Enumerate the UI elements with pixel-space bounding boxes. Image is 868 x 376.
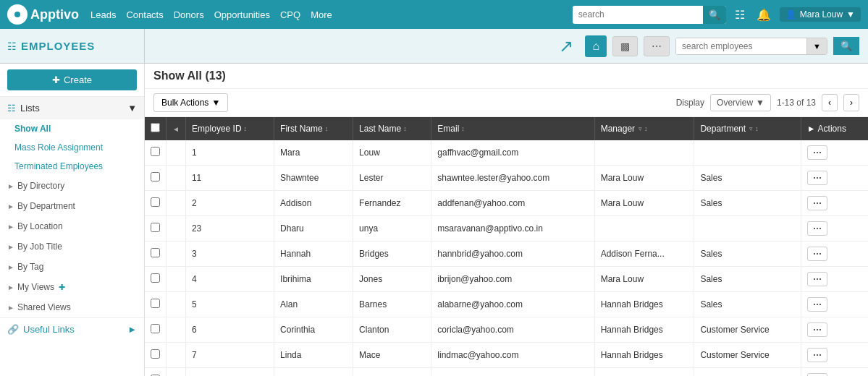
lists-section: ☷ Lists ▼ Show All Mass Role Assignment … — [0, 96, 144, 176]
row-index-cell — [167, 343, 186, 368]
sidebar-by-tag[interactable]: ► By Tag — [0, 257, 144, 277]
user-name: Mara Louw — [800, 9, 843, 20]
collapse-col-button[interactable]: ◄ — [172, 125, 180, 133]
row-checkbox[interactable] — [151, 273, 160, 283]
row-checkbox[interactable] — [151, 197, 160, 207]
nav-more[interactable]: More — [311, 9, 332, 20]
select-all-checkbox[interactable] — [151, 123, 160, 132]
chevron-icon: ► — [7, 304, 14, 312]
sidebar-by-directory[interactable]: ► By Directory — [0, 176, 144, 196]
user-menu[interactable]: 👤 Mara Louw ▼ — [780, 7, 861, 22]
nav-leads[interactable]: Leads — [90, 9, 116, 20]
row-manager: Hannah Bridges — [594, 292, 694, 317]
sidebar-item-mass-role[interactable]: Mass Role Assignment — [0, 138, 144, 157]
row-actions-cell: ⋯ — [801, 368, 868, 377]
overview-select[interactable]: Overview ▼ — [710, 94, 771, 111]
bell-icon-button[interactable]: 🔔 — [754, 5, 774, 25]
sidebar-by-location[interactable]: ► By Location — [0, 216, 144, 236]
row-action-button[interactable]: ⋯ — [807, 348, 827, 362]
row-action-button[interactable]: ⋯ — [807, 196, 827, 210]
sidebar-shared-views[interactable]: ► Shared Views — [0, 297, 144, 317]
lists-icon: ☷ — [7, 103, 16, 114]
chart-button[interactable]: ▩ — [612, 36, 638, 56]
nav-contacts[interactable]: Contacts — [126, 9, 163, 20]
row-department: Sales — [694, 166, 801, 191]
row-checkbox-cell — [145, 140, 167, 166]
row-employee-id: 6 — [185, 317, 274, 343]
row-action-button[interactable]: ⋯ — [807, 297, 827, 312]
row-last-name: Lester — [353, 166, 431, 191]
row-checkbox[interactable] — [151, 147, 160, 156]
bulk-actions-button[interactable]: Bulk Actions ▼ — [153, 93, 228, 112]
row-checkbox-cell — [145, 267, 167, 292]
row-checkbox[interactable] — [151, 248, 160, 257]
create-button[interactable]: ✚ Create — [7, 69, 137, 90]
sidebar-item-terminated[interactable]: Terminated Employees — [0, 157, 144, 176]
global-search-button[interactable]: 🔍 — [703, 6, 726, 24]
row-action-button[interactable]: ⋯ — [807, 145, 827, 160]
row-checkbox[interactable] — [151, 223, 160, 232]
page-title: EMPLOYEES — [21, 40, 95, 52]
sidebar: ✚ Create ☷ Lists ▼ Show All Mass Role As… — [0, 64, 145, 376]
employee-search-dropdown[interactable]: ▼ — [806, 38, 827, 54]
prev-page-button[interactable]: ‹ — [822, 94, 838, 111]
row-employee-id: 8 — [185, 368, 274, 377]
row-actions-cell: ⋯ — [801, 216, 868, 242]
row-action-button[interactable]: ⋯ — [807, 322, 827, 337]
th-first-name: First Name ↕ — [274, 117, 353, 140]
row-actions-cell: ⋯ — [801, 292, 868, 317]
row-action-button[interactable]: ⋯ — [807, 171, 827, 185]
useful-links-section[interactable]: 🔗 Useful Links ► — [0, 317, 144, 341]
user-dropdown-icon: ▼ — [846, 9, 855, 20]
nav-opportunities[interactable]: Opportunities — [214, 9, 270, 20]
email-sort[interactable]: ↕ — [461, 125, 465, 132]
row-checkbox[interactable] — [151, 172, 160, 181]
chevron-icon: ► — [7, 182, 14, 190]
row-checkbox-cell — [145, 292, 167, 317]
row-action-button[interactable]: ⋯ — [807, 247, 827, 261]
employee-search-input[interactable] — [676, 38, 806, 54]
chevron-icon: ► — [7, 202, 14, 210]
row-checkbox[interactable] — [151, 349, 160, 359]
dept-sort[interactable]: ↕ — [755, 125, 759, 132]
row-action-button[interactable]: ⋯ — [807, 373, 827, 376]
row-index-cell — [167, 191, 186, 216]
toolbar-right: Display Overview ▼ 1-13 of 13 ‹ › — [676, 94, 859, 111]
employee-id-sort[interactable]: ↕ — [244, 125, 248, 132]
row-actions-cell: ⋯ — [801, 242, 868, 267]
manager-filter-icon[interactable]: ▿ — [639, 125, 642, 132]
row-checkbox-cell — [145, 317, 167, 343]
sidebar-by-job-title[interactable]: ► By Job Title — [0, 236, 144, 257]
nav-cpq[interactable]: CPQ — [280, 9, 300, 20]
row-action-button[interactable]: ⋯ — [807, 272, 827, 286]
dept-filter-icon[interactable]: ▿ — [749, 125, 753, 132]
row-email: lindmac@yahoo.com — [431, 343, 594, 368]
page-title-area: ☷ EMPLOYEES — [0, 29, 145, 63]
row-manager: Mara Louw — [594, 267, 694, 292]
sidebar-by-department[interactable]: ► By Department — [0, 196, 144, 216]
content-toolbar: Bulk Actions ▼ Display Overview ▼ 1-13 o… — [145, 89, 868, 117]
sidebar-item-show-all[interactable]: Show All — [0, 119, 144, 138]
main-layout: ✚ Create ☷ Lists ▼ Show All Mass Role As… — [0, 64, 868, 376]
manager-sort[interactable]: ↕ — [644, 125, 648, 132]
more-options-button[interactable]: ⋯ — [644, 36, 670, 56]
global-search-input[interactable] — [573, 7, 703, 22]
th-email-label: Email — [437, 124, 459, 134]
grid-icon-button[interactable]: ☷ — [732, 5, 748, 25]
first-name-sort[interactable]: ↕ — [325, 125, 329, 132]
home-button[interactable]: ⌂ — [585, 35, 607, 57]
sidebar-my-views[interactable]: ► My Views ✚ — [0, 277, 144, 297]
row-manager: Hannah Bridges — [594, 343, 694, 368]
next-page-button[interactable]: › — [843, 94, 859, 111]
row-action-button[interactable]: ⋯ — [807, 221, 827, 236]
lists-header[interactable]: ☷ Lists ▼ — [0, 97, 144, 119]
row-checkbox[interactable] — [151, 324, 160, 333]
employee-search-go-button[interactable]: 🔍 — [833, 37, 859, 55]
second-bar-right: ↗ ⌂ ▩ ⋯ ▼ 🔍 — [145, 35, 868, 57]
row-index-cell — [167, 216, 186, 242]
last-name-sort[interactable]: ↕ — [403, 125, 407, 132]
nav-donors[interactable]: Donors — [174, 9, 204, 20]
row-checkbox[interactable] — [151, 299, 160, 308]
nav-links: Leads Contacts Donors Opportunities CPQ … — [90, 9, 561, 20]
th-department: Department ▿ ↕ — [694, 117, 801, 140]
